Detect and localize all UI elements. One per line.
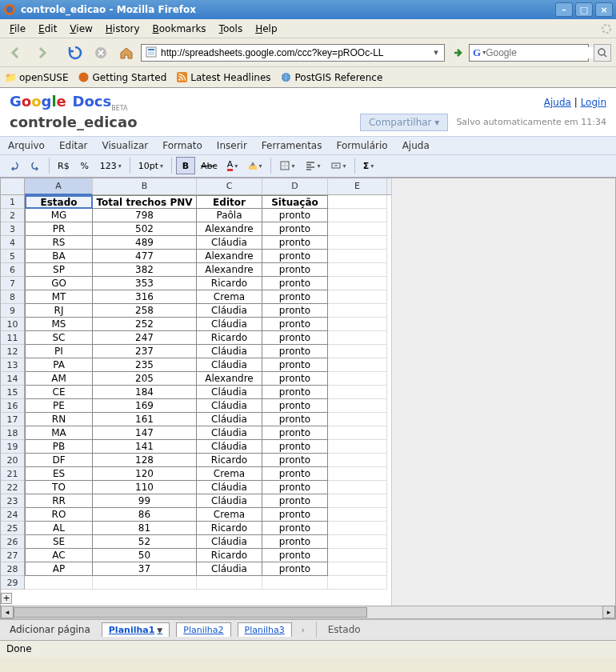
menu-edit[interactable]: Edit [32, 22, 63, 36]
cell[interactable]: MA [25, 426, 93, 440]
cell[interactable]: pronto [262, 250, 328, 263]
hscroll-left[interactable]: ◂ [1, 606, 14, 618]
cell[interactable]: pronto [262, 413, 328, 426]
cell[interactable] [328, 535, 387, 549]
cell[interactable]: pronto [262, 522, 328, 535]
col-header-D[interactable]: D [262, 178, 328, 194]
cell[interactable]: Estado [25, 195, 93, 209]
row-header[interactable]: 1 [1, 195, 25, 209]
cell[interactable]: pronto [262, 331, 328, 345]
cell[interactable]: Ricardo [197, 331, 262, 345]
cell[interactable]: pronto [262, 290, 328, 304]
cell[interactable] [93, 576, 197, 590]
cell[interactable] [328, 386, 387, 399]
cell[interactable] [328, 562, 387, 576]
cell[interactable]: Cláudia [197, 386, 262, 399]
row-header[interactable]: 15 [1, 386, 25, 399]
cell[interactable] [328, 440, 387, 454]
cell[interactable] [328, 372, 387, 386]
docs-menu-formulario[interactable]: Formulário [336, 140, 387, 151]
cell[interactable]: Situação [262, 195, 328, 209]
cell[interactable]: CE [25, 386, 93, 399]
cell[interactable]: pronto [262, 236, 328, 250]
search-input[interactable] [486, 47, 606, 58]
cell[interactable]: 237 [93, 345, 197, 358]
cell[interactable]: 382 [93, 263, 197, 277]
cell[interactable]: pronto [262, 426, 328, 440]
row-header[interactable]: 4 [1, 236, 25, 250]
cell[interactable] [328, 467, 387, 481]
docs-menu-arquivo[interactable]: Arquivo [8, 140, 45, 151]
cell[interactable]: 86 [93, 508, 197, 522]
cell[interactable]: 798 [93, 209, 197, 222]
cell[interactable]: 81 [93, 522, 197, 535]
cell[interactable]: RS [25, 236, 93, 250]
close-button[interactable]: × [595, 2, 613, 17]
cell[interactable]: RO [25, 508, 93, 522]
cell[interactable]: MS [25, 318, 93, 331]
cell[interactable] [328, 508, 387, 522]
undo-button[interactable] [5, 157, 24, 174]
row-header[interactable]: 23 [1, 494, 25, 508]
cell[interactable]: MT [25, 290, 93, 304]
stop-button[interactable] [90, 42, 112, 64]
cell[interactable]: 141 [93, 440, 197, 454]
row-header[interactable]: 18 [1, 426, 25, 440]
cell[interactable]: Cláudia [197, 535, 262, 549]
url-dropdown-icon[interactable]: ▾ [430, 47, 442, 58]
cell[interactable]: AC [25, 549, 93, 562]
login-link[interactable]: Login [581, 97, 606, 108]
docs-menu-ajuda[interactable]: Ajuda [402, 140, 430, 151]
menu-history[interactable]: History [99, 22, 146, 36]
cell[interactable]: 502 [93, 222, 197, 236]
cell[interactable]: pronto [262, 467, 328, 481]
fillcolor-button[interactable]: ▾ [244, 157, 266, 174]
url-bar[interactable]: ▾ [141, 44, 445, 62]
row-header[interactable]: 11 [1, 331, 25, 345]
cell[interactable] [328, 195, 387, 209]
cell[interactable]: pronto [262, 263, 328, 277]
cell[interactable]: AM [25, 372, 93, 386]
row-header[interactable]: 20 [1, 454, 25, 467]
search-bar[interactable]: G ▾ [469, 44, 589, 62]
bold-button[interactable]: B [176, 157, 195, 174]
cell[interactable]: 161 [93, 413, 197, 426]
row-header[interactable]: 6 [1, 263, 25, 277]
cell[interactable]: pronto [262, 440, 328, 454]
cell[interactable]: 52 [93, 535, 197, 549]
cell[interactable]: 258 [93, 304, 197, 318]
cell[interactable]: BA [25, 250, 93, 263]
row-header[interactable]: 26 [1, 535, 25, 549]
align-button[interactable]: ▾ [301, 157, 325, 174]
docs-menu-visualizar[interactable]: Visualizar [102, 140, 148, 151]
formula-button[interactable]: Σ▾ [359, 157, 378, 174]
col-header-E[interactable]: E [328, 178, 387, 194]
cell[interactable] [328, 576, 387, 590]
cell[interactable]: PA [25, 358, 93, 372]
cell[interactable]: Crema [197, 467, 262, 481]
currency-button[interactable]: R$ [54, 157, 74, 174]
spreadsheet-grid[interactable]: A B C D E 1EstadoTotal trechos PNVEditor… [0, 178, 616, 619]
row-header[interactable]: 8 [1, 290, 25, 304]
menu-bookmarks[interactable]: Bookmarks [146, 22, 213, 36]
sheet-tab-3[interactable]: Planilha3 [238, 622, 292, 637]
cell[interactable] [328, 399, 387, 413]
cell[interactable]: pronto [262, 454, 328, 467]
cell[interactable] [197, 576, 262, 590]
cell[interactable] [328, 236, 387, 250]
cell[interactable]: 37 [93, 562, 197, 576]
row-header[interactable]: 14 [1, 372, 25, 386]
cell[interactable] [262, 576, 328, 590]
cell[interactable]: pronto [262, 345, 328, 358]
cell[interactable]: SE [25, 535, 93, 549]
cell[interactable] [328, 263, 387, 277]
row-header[interactable]: 21 [1, 467, 25, 481]
cell[interactable]: MG [25, 209, 93, 222]
add-row-button[interactable]: + [1, 593, 12, 604]
cell[interactable]: Cláudia [197, 494, 262, 508]
cell[interactable] [328, 454, 387, 467]
cell[interactable]: Alexandre [197, 222, 262, 236]
cell[interactable]: 252 [93, 318, 197, 331]
cell[interactable] [328, 358, 387, 372]
cell[interactable]: Cláudia [197, 358, 262, 372]
